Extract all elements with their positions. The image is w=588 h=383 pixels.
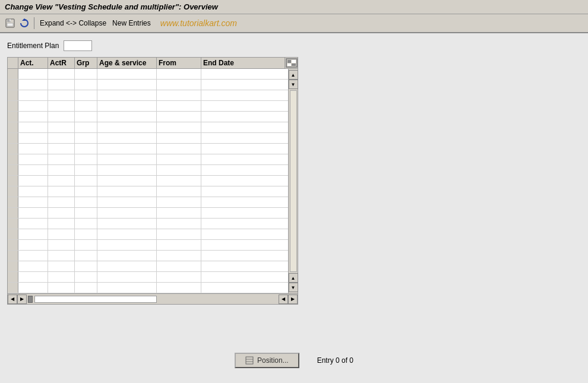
scroll-up-button-2[interactable]: ▲: [289, 273, 298, 283]
main-content: Entitlement Plan Act. ActR Grp Age & ser…: [0, 33, 588, 309]
position-button[interactable]: Position...: [235, 353, 299, 368]
refresh-icon[interactable]: [18, 17, 31, 30]
table-container: Act. ActR Grp Age & service From End Dat…: [7, 57, 298, 305]
position-button-label: Position...: [257, 356, 289, 365]
table-row[interactable]: [8, 101, 288, 112]
svg-rect-3: [10, 19, 11, 21]
table-row[interactable]: [8, 272, 288, 283]
new-entries-button[interactable]: New Entries: [110, 18, 153, 29]
table-row[interactable]: [8, 144, 288, 154]
table-header: Act. ActR Grp Age & service From End Dat…: [8, 58, 298, 69]
cell-end[interactable]: [201, 69, 288, 79]
table-row[interactable]: [8, 229, 288, 240]
column-settings-icon[interactable]: [284, 58, 298, 68]
table-row[interactable]: [8, 251, 288, 261]
table-row[interactable]: [8, 69, 288, 80]
table-row[interactable]: [8, 208, 288, 219]
cell-from[interactable]: [157, 69, 201, 79]
table-row[interactable]: [8, 186, 288, 197]
col-from-header: From: [157, 58, 201, 68]
horizontal-scrollbar[interactable]: ◀ ▶ ◀ ▶: [8, 293, 298, 304]
table-row[interactable]: [8, 219, 288, 229]
toolbar-separator-1: [34, 17, 34, 29]
title-bar: Change View "Vesting Schedule and multip…: [0, 0, 588, 14]
hscroll-track-1: [34, 296, 157, 303]
table-row[interactable]: [8, 176, 288, 186]
watermark: www.tutorialkart.com: [160, 18, 237, 28]
table-row[interactable]: [8, 112, 288, 122]
svg-rect-2: [7, 23, 13, 26]
position-icon: [245, 356, 254, 365]
toolbar: Expand <-> Collapse New Entries www.tuto…: [0, 14, 588, 33]
col-age-header: Age & service: [97, 58, 157, 68]
scroll-down-button-2[interactable]: ▼: [289, 283, 298, 292]
table-row[interactable]: [8, 283, 288, 293]
col-end-header: End Date: [201, 58, 249, 68]
table-row[interactable]: [8, 122, 288, 133]
vertical-scrollbar[interactable]: ▲ ▼ ▲ ▼: [288, 69, 298, 293]
row-num: [8, 69, 18, 79]
table-row[interactable]: [8, 197, 288, 208]
scroll-track: [290, 90, 297, 272]
scroll-up-button[interactable]: ▲: [289, 70, 298, 80]
col-select-header: [8, 58, 18, 68]
table-row[interactable]: [8, 165, 288, 176]
entitlement-label: Entitlement Plan: [7, 42, 59, 50]
table-row[interactable]: [8, 133, 288, 144]
hscroll-left-2[interactable]: ◀: [279, 295, 288, 304]
hscroll-right-2[interactable]: ▶: [288, 295, 298, 304]
expand-collapse-button[interactable]: Expand <-> Collapse: [37, 18, 109, 29]
cell-actr[interactable]: [48, 69, 75, 79]
table-row[interactable]: [8, 154, 288, 165]
row-num: [8, 80, 18, 90]
entitlement-row: Entitlement Plan: [7, 40, 581, 51]
entry-count: Entry 0 of 0: [317, 356, 353, 365]
table-body: [8, 69, 288, 293]
page-title: Change View "Vesting Schedule and multip…: [5, 2, 218, 11]
col-actr-header: ActR: [48, 58, 75, 68]
table-row[interactable]: [8, 240, 288, 251]
col-act-header: Act.: [18, 58, 48, 68]
svg-rect-5: [246, 357, 253, 364]
col-grp-header: Grp: [75, 58, 97, 68]
table-row[interactable]: [8, 80, 288, 90]
hscroll-thumb[interactable]: [28, 296, 33, 303]
cell-act[interactable]: [18, 69, 48, 79]
table-row[interactable]: [8, 261, 288, 272]
hscroll-right-1[interactable]: ▶: [17, 295, 27, 304]
save-icon[interactable]: [4, 17, 17, 30]
table-row[interactable]: [8, 90, 288, 101]
entitlement-plan-input[interactable]: [64, 40, 92, 51]
scroll-down-button-1[interactable]: ▼: [289, 80, 298, 89]
hscroll-left-1[interactable]: ◀: [8, 295, 17, 304]
cell-grp[interactable]: [75, 69, 97, 79]
cell-age[interactable]: [97, 69, 157, 79]
bottom-bar: Position... Entry 0 of 0: [0, 353, 588, 368]
